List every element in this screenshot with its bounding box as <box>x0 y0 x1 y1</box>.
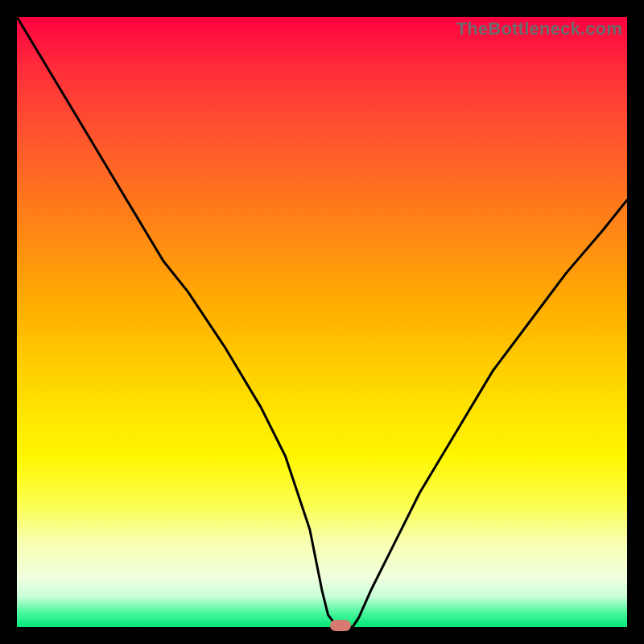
optimal-marker <box>330 620 351 631</box>
chart-frame: TheBottleneck.com <box>0 0 644 644</box>
plot-area: TheBottleneck.com <box>17 17 627 627</box>
bottleneck-curve <box>17 17 627 627</box>
curve-path <box>17 17 627 627</box>
